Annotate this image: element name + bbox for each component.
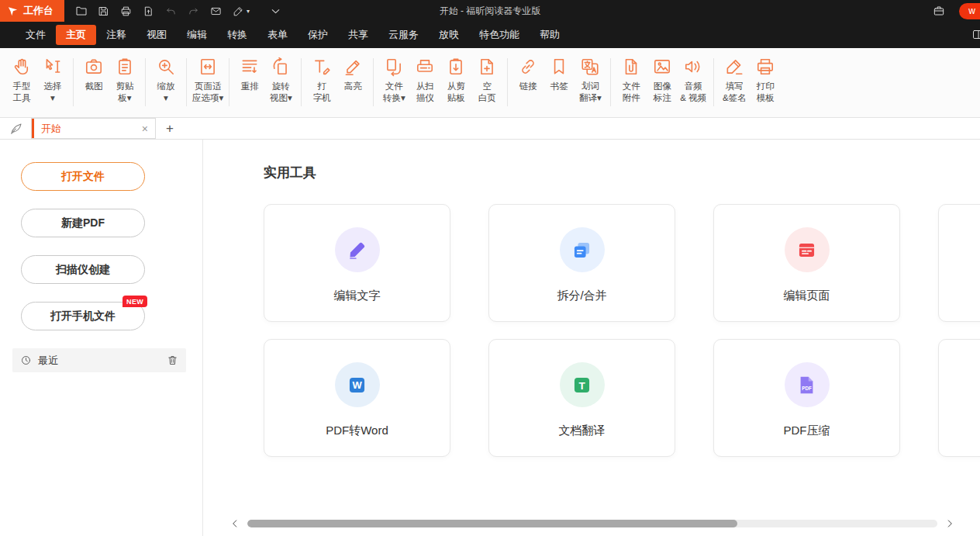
sidebar-open-mobile-button[interactable]: 打开手机文件 NEW [21, 302, 145, 330]
workspace-button[interactable]: 工作台 [0, 0, 64, 22]
menubar: 文件 主页 注释 视图 编辑 转换 表单 保护 共享 云服务 放映 特色功能 帮… [0, 22, 980, 48]
scroll-right-icon[interactable] [944, 518, 955, 529]
tool-card-split-merge[interactable]: 拆分/合并 [488, 204, 675, 322]
menu-comment[interactable]: 注释 [96, 25, 136, 45]
email-button[interactable] [205, 2, 226, 20]
toolbar-fill-sign[interactable]: 填写 &签名 [719, 48, 749, 104]
toolbar-rotate-view[interactable]: 旋转 视图▾ [266, 48, 295, 104]
sidebar-new-pdf-button[interactable]: 新建PDF [21, 209, 145, 237]
main-panel: 实用工具 编辑文字 拆分/合并 编辑页面 [203, 140, 980, 536]
toolbar-page-fit-options[interactable]: 页面适 应选项▾ [192, 48, 223, 104]
menu-help[interactable]: 帮助 [530, 25, 570, 45]
tab-close-icon[interactable]: × [142, 123, 148, 134]
menu-present[interactable]: 放映 [429, 25, 469, 45]
toolbar-file-attachment[interactable]: 文件 附件 [616, 48, 646, 104]
recent-label: 最近 [38, 354, 58, 368]
sign-pen-button[interactable] [228, 2, 249, 20]
toolbar-snapshot[interactable]: 截图 [79, 48, 109, 104]
redo-button[interactable] [183, 2, 204, 20]
button-label: 打开文件 [61, 170, 105, 184]
tool-card-pdf-to-word[interactable]: PDF转Word [264, 339, 450, 457]
menu-view[interactable]: 视图 [136, 25, 177, 45]
toolbar-file-convert[interactable]: 文件 转换▾ [379, 48, 409, 104]
toolbar-link[interactable]: 链接 [513, 48, 543, 104]
undo-button[interactable] [160, 2, 181, 20]
page-fit-icon [198, 57, 218, 77]
toolbar-bookmark[interactable]: 书签 [544, 48, 574, 104]
reflow-icon [240, 57, 260, 77]
tool-card-label: 文档翻译 [559, 424, 606, 438]
menu-share[interactable]: 共享 [338, 25, 378, 45]
toolbar-hand-tool[interactable]: 手型 工具 [7, 48, 36, 104]
export-button[interactable] [138, 2, 159, 20]
sidebar-open-file-button[interactable]: 打开文件 [21, 162, 145, 191]
new-tab-button[interactable]: + [166, 121, 174, 137]
quill-icon[interactable] [9, 122, 23, 136]
sidebar-scanner-create-button[interactable]: 扫描仪创建 [21, 255, 145, 284]
workspace-label: 工作台 [23, 4, 53, 18]
redo-icon [188, 5, 199, 17]
toolbar-image-annotation[interactable]: 图像 标注 [647, 48, 677, 104]
print-button[interactable] [116, 2, 136, 20]
tool-card-label: 拆分/合并 [557, 289, 606, 303]
translate-icon [580, 57, 600, 77]
toolbar-highlight[interactable]: 高亮 [338, 48, 368, 104]
toolbar-clipboard[interactable]: 剪贴 板▾ [110, 48, 140, 104]
customize-toolbar-button[interactable] [265, 2, 286, 20]
tool-card-edit-pages[interactable]: 编辑页面 [713, 204, 900, 322]
ribbon-separator [507, 58, 508, 106]
toolbar-label: 剪贴 板▾ [116, 81, 134, 104]
new-badge: NEW [122, 296, 147, 307]
trash-icon[interactable] [167, 354, 178, 366]
scroll-left-icon[interactable] [229, 518, 240, 529]
toolbar-label: 重排 [241, 81, 259, 92]
scrollbar-track[interactable] [247, 520, 937, 527]
export-icon [143, 5, 154, 17]
select-cursor-icon [43, 57, 63, 77]
menu-protect[interactable]: 保护 [298, 25, 338, 45]
tool-card-partial[interactable] [938, 339, 980, 457]
toolbar-select-tool[interactable]: 选择 ▾ [38, 48, 67, 104]
button-label: 扫描仪创建 [56, 263, 110, 277]
panel-icon[interactable] [971, 29, 980, 40]
section-title: 实用工具 [264, 164, 980, 182]
toolbar-blank-page[interactable]: 空 白页 [472, 48, 502, 104]
save-button[interactable] [93, 2, 114, 20]
ribbon-group-media: 文件 附件 图像 标注 音频 & 视频 [616, 48, 709, 104]
toolbar-label: 旋转 视图▾ [270, 81, 292, 104]
toolbar-label: 书签 [550, 81, 568, 92]
menu-convert[interactable]: 转换 [217, 25, 257, 45]
open-button[interactable] [71, 2, 91, 20]
tool-card-pdf-compress[interactable]: PDF压缩 [713, 339, 900, 457]
menu-edit[interactable]: 编辑 [177, 25, 217, 45]
toolbar-print-template[interactable]: 打印 模板 [751, 48, 780, 104]
recent-row[interactable]: 最近 [12, 348, 186, 372]
menu-features[interactable]: 特色功能 [469, 25, 530, 45]
briefcase-button[interactable] [928, 2, 949, 20]
highlighter-icon [343, 57, 363, 77]
edit-text-icon [347, 240, 368, 261]
tool-card-partial[interactable] [938, 204, 980, 322]
toolbar-typewriter[interactable]: 打 字机 [307, 48, 336, 104]
user-badge[interactable]: w [959, 3, 980, 19]
tool-card-label: 编辑页面 [784, 289, 830, 303]
image-icon [652, 57, 672, 77]
ribbon-separator [610, 58, 611, 106]
toolbar-from-clipboard[interactable]: 从剪 贴板 [441, 48, 471, 104]
folder-icon [75, 5, 88, 17]
scrollbar-thumb[interactable] [247, 520, 737, 527]
toolbar-word-translate[interactable]: 划词 翻译▾ [575, 48, 605, 104]
toolbar-from-scanner[interactable]: 从扫 描仪 [410, 48, 440, 104]
ribbon-separator [145, 58, 146, 106]
toolbar-audio-video[interactable]: 音频 & 视频 [678, 48, 708, 104]
edit-pages-icon [796, 240, 817, 261]
menu-file[interactable]: 文件 [16, 25, 56, 45]
menu-home[interactable]: 主页 [56, 25, 96, 45]
toolbar-zoom[interactable]: 缩放 ▾ [151, 48, 181, 104]
tab-start[interactable]: 开始 × [31, 118, 156, 139]
tool-card-edit-text[interactable]: 编辑文字 [264, 204, 450, 322]
toolbar-reflow[interactable]: 重排 [235, 48, 264, 104]
menu-form[interactable]: 表单 [257, 25, 298, 45]
tool-card-doc-translate[interactable]: 文档翻译 [488, 339, 675, 457]
menu-cloud[interactable]: 云服务 [378, 25, 429, 45]
